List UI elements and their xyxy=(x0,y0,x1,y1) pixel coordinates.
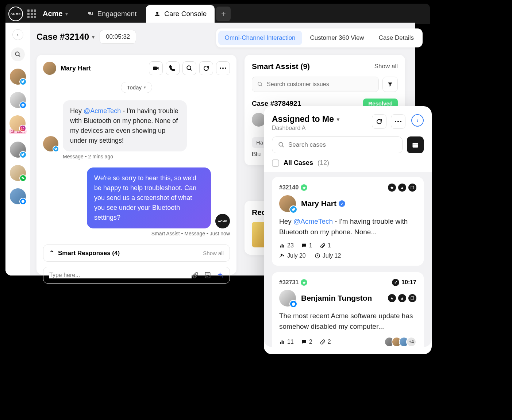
search-icon xyxy=(257,81,263,87)
svg-point-13 xyxy=(222,68,224,69)
view-tab-360[interactable]: Customer 360 View xyxy=(304,31,371,45)
svg-point-12 xyxy=(220,68,221,69)
assist-search-input[interactable] xyxy=(267,81,373,88)
voice-call-button[interactable] xyxy=(166,61,180,75)
svg-point-7 xyxy=(23,178,24,179)
all-cases-count: (12) xyxy=(317,159,329,167)
view-tab-omni[interactable]: Omni-Channel Interaction xyxy=(218,31,302,45)
svg-point-24 xyxy=(279,142,283,146)
star-action-icon[interactable]: ★ xyxy=(388,184,396,192)
show-all-link[interactable]: Show all xyxy=(203,250,224,256)
views-stat: 23 xyxy=(279,242,294,249)
svg-rect-27 xyxy=(414,142,415,143)
search-icon xyxy=(15,51,21,58)
dash-case-card[interactable]: #32731★ ✓10:17 Benjamin Tungston ★ ▲ ❐ T… xyxy=(272,272,424,347)
apps-grid-icon[interactable] xyxy=(27,9,36,18)
expand-rail-button[interactable]: › xyxy=(12,29,23,40)
assignee-avatars[interactable]: +4 xyxy=(387,337,416,347)
archive-action-icon[interactable]: ▲ xyxy=(398,184,406,192)
chevron-down-icon: ▾ xyxy=(92,34,95,40)
rail-search-button[interactable] xyxy=(11,47,25,61)
chevron-down-icon[interactable]: ▾ xyxy=(65,11,68,17)
svg-line-2 xyxy=(19,55,20,57)
date-selector[interactable]: Today ▾ xyxy=(121,82,152,93)
svg-rect-28 xyxy=(416,142,417,143)
chat-user[interactable]: Mary Hart xyxy=(43,62,91,75)
tab-label: Care Console xyxy=(164,10,207,18)
more-icon xyxy=(220,68,226,69)
archive-action-icon[interactable]: ▲ xyxy=(398,294,406,302)
star-icon: ★ xyxy=(301,279,307,286)
svg-rect-32 xyxy=(283,245,284,247)
show-all-link[interactable]: Show all xyxy=(374,63,398,70)
dash-case-list[interactable]: #32140★ ★ ▲ ❐ Mary Hart✓ Hey @AcmeTech -… xyxy=(264,172,432,347)
rail-conversation-5[interactable] xyxy=(10,165,26,181)
filter-button[interactable] xyxy=(382,77,398,92)
more-chat-button[interactable] xyxy=(216,61,230,75)
case-title-dropdown[interactable]: Case #32140 ▾ xyxy=(36,32,95,42)
svg-point-33 xyxy=(281,254,282,256)
rail-conversation-2[interactable] xyxy=(10,92,26,108)
more-avatars[interactable]: +4 xyxy=(406,337,416,347)
all-cases-checkbox[interactable] xyxy=(272,159,279,167)
template-icon[interactable] xyxy=(204,271,211,279)
sparkle-icon[interactable] xyxy=(216,271,224,279)
rail-conversation-3[interactable] xyxy=(9,115,26,131)
case-header: Case #32140 ▾ 00:05:32 xyxy=(36,30,136,44)
dash-search-box xyxy=(272,136,403,153)
copy-action-icon[interactable]: ❐ xyxy=(408,294,416,302)
calendar-button[interactable] xyxy=(407,136,424,153)
dash-user-name: Benjamin Tungston xyxy=(301,294,372,303)
dash-title-dropdown[interactable]: Assigned to Me ▾ xyxy=(272,114,367,124)
star-icon: ★ xyxy=(301,184,307,191)
refresh-dash-button[interactable] xyxy=(372,114,386,129)
mention[interactable]: @AcmeTech xyxy=(293,217,333,225)
dash-search-input[interactable] xyxy=(288,141,396,149)
dash-case-number: #32731★ xyxy=(279,279,307,286)
rail-conversation-1[interactable] xyxy=(10,69,26,85)
svg-point-23 xyxy=(400,121,401,122)
search-chat-button[interactable] xyxy=(182,61,196,75)
dash-case-number: #32140★ xyxy=(279,184,307,191)
twitter-icon xyxy=(19,151,27,158)
svg-point-0 xyxy=(156,12,158,14)
more-dash-button[interactable] xyxy=(391,114,405,129)
svg-rect-38 xyxy=(282,340,283,344)
calendar-icon xyxy=(412,141,419,149)
refresh-chat-button[interactable] xyxy=(199,61,213,75)
attachment-icon xyxy=(320,339,326,345)
clock-icon xyxy=(315,253,320,259)
smart-assist-title: Smart Assist (9) xyxy=(252,62,310,71)
mention[interactable]: @AcmeTech xyxy=(84,107,121,115)
topbar: ACME Acme ▾ Engagement Care Console + xyxy=(5,4,430,24)
comments-stat: 2 xyxy=(301,339,312,345)
copy-action-icon[interactable]: ❐ xyxy=(408,184,416,192)
rail-conversation-6[interactable] xyxy=(10,188,26,204)
dash-case-text: The most recent Acme software update has… xyxy=(279,311,416,332)
video-call-button[interactable] xyxy=(149,61,163,75)
rail-conversation-4[interactable] xyxy=(10,142,26,158)
dash-case-text: Hey @AcmeTech - I'm having trouble with … xyxy=(279,216,416,237)
twitter-icon xyxy=(289,205,297,213)
person-plus-icon xyxy=(279,253,285,259)
tab-engagement[interactable]: Engagement xyxy=(79,5,145,23)
verified-icon: ✓ xyxy=(339,200,345,207)
case-time: ✓10:17 xyxy=(392,279,416,286)
collapse-dash-button[interactable]: ‹ xyxy=(411,114,424,127)
star-action-icon[interactable]: ★ xyxy=(388,294,396,302)
dash-case-card[interactable]: #32140★ ★ ▲ ❐ Mary Hart✓ Hey @AcmeTech -… xyxy=(272,177,424,266)
all-cases-label: All Cases xyxy=(284,159,313,167)
dash-user-name: Mary Hart✓ xyxy=(301,199,345,208)
composer-input[interactable] xyxy=(49,272,192,278)
check-icon: ✓ xyxy=(392,279,399,286)
tab-care-console[interactable]: Care Console xyxy=(146,5,215,23)
attachment-icon[interactable] xyxy=(192,271,199,279)
svg-point-21 xyxy=(395,121,396,122)
view-tab-details[interactable]: Case Details xyxy=(372,31,420,45)
message-bubble: We're so sorry to hear this, so we'd be … xyxy=(87,167,211,228)
brand-name[interactable]: Acme xyxy=(43,9,62,18)
svg-rect-31 xyxy=(282,244,283,247)
avatar-acme: ACME xyxy=(215,214,230,228)
add-tab-button[interactable]: + xyxy=(216,7,231,21)
smart-responses-toggle[interactable]: ⌃ Smart Responses (4) Show all xyxy=(43,244,230,262)
